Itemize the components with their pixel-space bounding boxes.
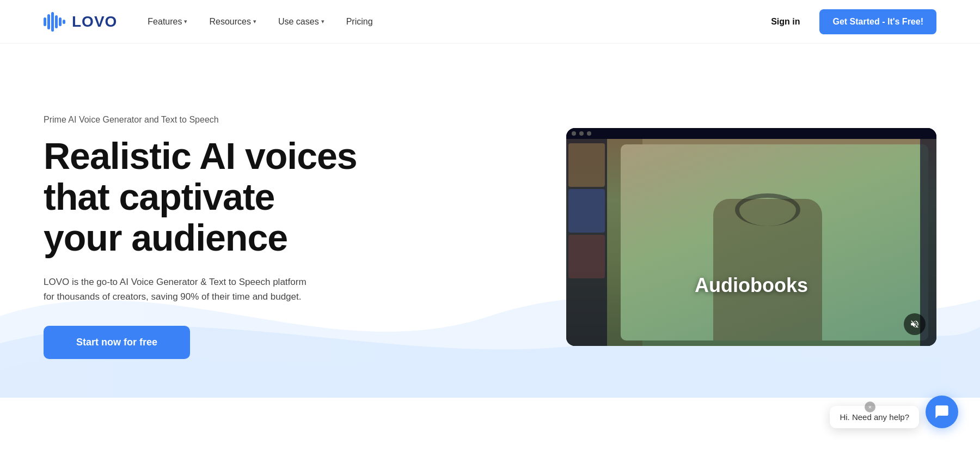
nav-item-features[interactable]: Features ▾ xyxy=(139,13,196,31)
navbar-right: Sign in Get Started - It's Free! xyxy=(762,9,936,34)
get-started-button[interactable]: Get Started - It's Free! xyxy=(819,9,936,34)
video-mute-button[interactable] xyxy=(904,313,926,335)
headphones xyxy=(735,193,800,226)
svg-rect-5 xyxy=(63,20,65,24)
mute-icon xyxy=(910,319,920,329)
logo-icon xyxy=(44,12,66,32)
video-label: Audiobooks xyxy=(695,274,808,297)
svg-rect-0 xyxy=(44,17,46,26)
hero-right-video: Audiobooks xyxy=(566,128,936,346)
video-scene: Audiobooks xyxy=(566,139,936,346)
hero-left-content: Prime AI Voice Generator and Text to Spe… xyxy=(44,115,359,359)
chat-open-button[interactable] xyxy=(926,396,958,428)
hero-subtitle: Prime AI Voice Generator and Text to Spe… xyxy=(44,115,359,125)
hero-title: Realistic AI voices that captivate your … xyxy=(44,136,359,258)
chat-close-button[interactable]: × xyxy=(865,402,875,412)
video-strip-right xyxy=(920,139,936,346)
navbar: LOVO Features ▾ Resources ▾ Use cases ▾ … xyxy=(0,0,980,44)
get-started-label: Get Started - It's Free! xyxy=(832,17,923,26)
dot-1 xyxy=(572,131,576,136)
svg-rect-2 xyxy=(51,12,54,32)
sign-in-label: Sign in xyxy=(771,17,800,26)
dot-3 xyxy=(587,131,591,136)
video-nav-bar xyxy=(566,128,936,139)
thumb-2 xyxy=(568,189,605,233)
close-icon: × xyxy=(868,404,872,410)
chat-message: Hi. Need any help? xyxy=(840,412,909,422)
nav-links: Features ▾ Resources ▾ Use cases ▾ Prici… xyxy=(139,13,381,31)
resources-chevron-icon: ▾ xyxy=(253,18,256,25)
svg-rect-1 xyxy=(47,14,50,29)
nav-item-pricing[interactable]: Pricing xyxy=(338,13,382,31)
sign-in-button[interactable]: Sign in xyxy=(762,13,808,31)
hero-section: Prime AI Voice Generator and Text to Spe… xyxy=(0,44,980,398)
chat-widget: × Hi. Need any help? xyxy=(830,396,958,428)
features-label: Features xyxy=(148,17,182,27)
svg-rect-3 xyxy=(55,15,58,28)
start-now-label: Start now for free xyxy=(76,337,157,348)
nav-item-use-cases[interactable]: Use cases ▾ xyxy=(270,13,333,31)
nav-item-resources[interactable]: Resources ▾ xyxy=(200,13,265,31)
thumb-3 xyxy=(568,235,605,278)
use-cases-label: Use cases xyxy=(278,17,319,27)
logo-bars xyxy=(44,12,66,32)
svg-rect-4 xyxy=(59,17,62,26)
logo[interactable]: LOVO xyxy=(44,12,117,32)
use-cases-chevron-icon: ▾ xyxy=(321,18,324,25)
pricing-label: Pricing xyxy=(346,17,373,26)
features-chevron-icon: ▾ xyxy=(184,18,187,25)
thumb-1 xyxy=(568,143,605,187)
start-now-button[interactable]: Start now for free xyxy=(44,326,190,359)
dot-2 xyxy=(579,131,584,136)
navbar-left: LOVO Features ▾ Resources ▾ Use cases ▾ … xyxy=(44,12,382,32)
chat-icon xyxy=(934,404,950,419)
resources-label: Resources xyxy=(209,17,250,27)
chat-bubble-container: × Hi. Need any help? xyxy=(830,406,919,428)
inner-frame xyxy=(621,144,928,340)
hero-description: LOVO is the go-to AI Voice Generator & T… xyxy=(44,275,316,304)
logo-text: LOVO xyxy=(72,13,117,31)
video-container[interactable]: Audiobooks xyxy=(566,128,936,346)
video-thumbnail-strip-left xyxy=(566,139,607,346)
logo-waveform-icon xyxy=(44,12,66,32)
